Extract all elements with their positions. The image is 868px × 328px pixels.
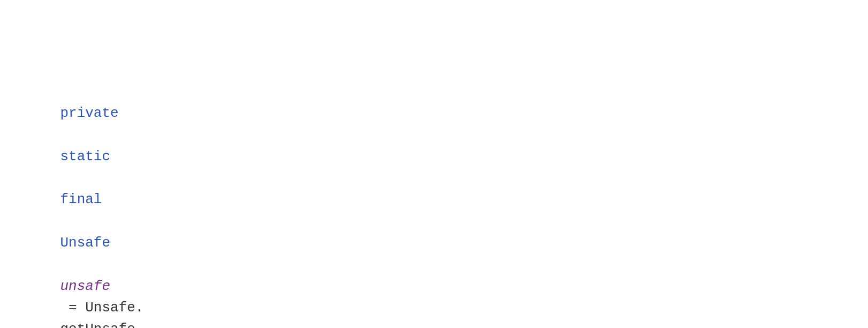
type-unsafe: Unsafe	[60, 235, 110, 251]
keyword-static: static	[60, 148, 110, 165]
keyword-final: final	[60, 191, 102, 207]
keyword-private: private	[60, 105, 118, 121]
code-viewer: private static final Unsafe unsafe = Uns…	[27, 16, 841, 328]
method-getunsafe: getUnsafe	[60, 321, 135, 328]
var-unsafe: unsafe	[60, 278, 110, 294]
code-line-1: private static final Unsafe unsafe = Uns…	[27, 81, 841, 328]
